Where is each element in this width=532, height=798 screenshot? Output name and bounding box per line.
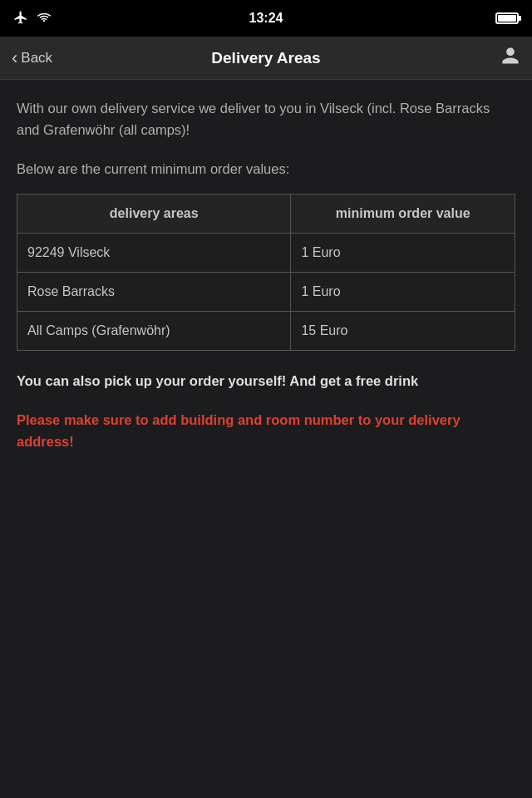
- nav-bar: ‹ Back Delivery Areas: [0, 37, 532, 80]
- pickup-note: You can also pick up your order yourself…: [17, 371, 515, 392]
- table-row: 92249 Vilseck 1 Euro: [17, 233, 515, 272]
- status-bar: 13:24: [0, 0, 532, 37]
- chevron-left-icon: ‹: [12, 49, 17, 67]
- back-label: Back: [21, 50, 52, 66]
- airplane-icon: [13, 10, 28, 27]
- table-row: Rose Barracks 1 Euro: [17, 272, 515, 311]
- table-row: All Camps (Grafenwöhr) 15 Euro: [17, 311, 515, 350]
- area-grafenwöhr: All Camps (Grafenwöhr): [17, 311, 291, 350]
- min-order-vilseck: 1 Euro: [291, 233, 515, 272]
- area-rose-barracks: Rose Barracks: [17, 272, 291, 311]
- battery-icon: [495, 12, 519, 24]
- main-content: With our own delivery service we deliver…: [0, 80, 532, 477]
- warning-text: Please make sure to add building and roo…: [17, 410, 515, 452]
- area-vilseck: 92249 Vilseck: [17, 233, 291, 272]
- user-profile-icon[interactable]: [500, 46, 520, 71]
- delivery-areas-table: delivery areas minimum order value 92249…: [17, 194, 515, 351]
- page-title: Delivery Areas: [211, 49, 320, 67]
- status-bar-left: [13, 10, 52, 27]
- status-bar-time: 13:24: [249, 11, 283, 26]
- table-header-areas: delivery areas: [17, 194, 291, 233]
- table-header-min-order: minimum order value: [291, 194, 515, 233]
- status-bar-right: [495, 12, 519, 24]
- subtitle-text: Below are the current minimum order valu…: [17, 159, 515, 180]
- back-button[interactable]: ‹ Back: [12, 49, 52, 67]
- min-order-rose-barracks: 1 Euro: [291, 272, 515, 311]
- table-header-row: delivery areas minimum order value: [17, 194, 515, 233]
- min-order-grafenwöhr: 15 Euro: [291, 311, 515, 350]
- intro-text: With our own delivery service we deliver…: [17, 98, 515, 140]
- wifi-icon: [37, 10, 52, 27]
